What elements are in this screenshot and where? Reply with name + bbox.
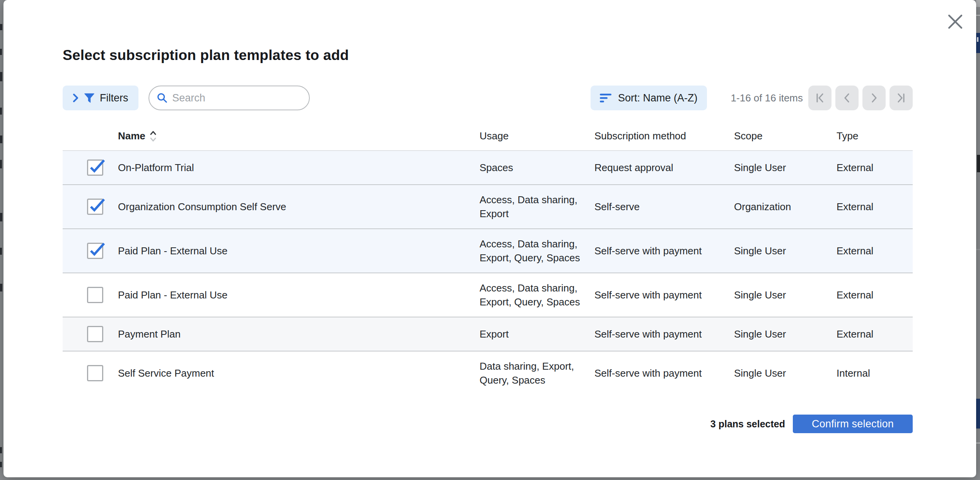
filters-button[interactable]: Filters — [63, 86, 138, 110]
close-button[interactable] — [946, 12, 965, 31]
first-page-icon — [815, 92, 825, 104]
backdrop-fragment — [976, 15, 980, 16]
checkbox-cell — [63, 365, 118, 381]
backdrop-fragment — [0, 248, 2, 255]
previous-page-button[interactable] — [835, 86, 859, 110]
backdrop-fragment — [976, 0, 980, 7]
plan-name: Paid Plan - External Use — [118, 288, 480, 302]
backdrop-fragment — [0, 160, 2, 168]
backdrop-fragment — [977, 155, 980, 172]
pagination-summary: 1-16 of 16 items — [731, 92, 803, 104]
plan-scope: Single User — [734, 161, 837, 175]
sort-button[interactable]: Sort: Name (A-Z) — [591, 86, 707, 110]
plan-subscription-method: Request approval — [594, 161, 734, 175]
table-row[interactable]: Organization Consumption Self Serve Acce… — [63, 185, 913, 229]
plan-usage: Access, Data sharing, Export, Query, Spa… — [480, 237, 594, 265]
plan-name: Paid Plan - External Use — [118, 244, 480, 258]
column-header-scope: Scope — [734, 130, 837, 142]
row-checkbox[interactable] — [87, 243, 103, 259]
footer: 3 plans selected Confirm selection — [63, 415, 913, 433]
plan-type: External — [837, 288, 913, 302]
column-header-type: Type — [837, 130, 913, 142]
plan-name: On-Platform Trial — [118, 161, 480, 175]
last-page-icon — [896, 92, 906, 104]
backdrop-fragment — [0, 462, 2, 467]
toolbar: Filters Sort: Name (A-Z) 1-16 of 16 item… — [63, 86, 913, 110]
page-title: Select subscription plan templates to ad… — [63, 47, 913, 64]
next-page-button[interactable] — [862, 86, 886, 110]
plan-scope: Single User — [734, 327, 837, 341]
backdrop-fragment — [0, 24, 2, 30]
search-box — [149, 86, 310, 110]
column-header-subscription-method: Subscription method — [594, 130, 734, 142]
checkmark-icon — [89, 242, 105, 258]
sort-ascending-icon — [149, 130, 157, 142]
checkbox-cell — [63, 243, 118, 259]
backdrop-fragment — [976, 249, 980, 250]
backdrop-fragment — [0, 447, 2, 453]
next-page-icon — [869, 92, 879, 104]
checkmark-icon — [89, 159, 105, 175]
sort-label: Sort: Name (A-Z) — [618, 92, 698, 104]
plan-scope: Single User — [734, 366, 837, 380]
row-checkbox[interactable] — [87, 365, 103, 381]
pagination-controls — [808, 86, 913, 110]
backdrop-fragment — [976, 442, 980, 444]
plan-subscription-method: Self-serve with payment — [594, 327, 734, 341]
previous-page-icon — [842, 92, 852, 104]
row-checkbox[interactable] — [87, 287, 103, 303]
table-header: Name Usage Subscription method Scope Typ… — [63, 122, 913, 151]
row-checkbox[interactable] — [87, 159, 103, 176]
checkbox-cell — [63, 159, 118, 176]
backdrop-fragment — [0, 213, 2, 221]
plan-usage: Access, Data sharing, Export, Query, Spa… — [480, 281, 594, 309]
table-body: On-Platform Trial Spaces Request approva… — [63, 151, 913, 395]
column-header-name[interactable]: Name — [118, 130, 480, 142]
backdrop-fragment — [0, 49, 2, 55]
close-icon — [947, 13, 964, 30]
row-checkbox[interactable] — [87, 326, 103, 342]
backdrop-fragment — [976, 33, 980, 53]
plan-usage: Access, Data sharing, Export — [480, 193, 594, 221]
table-row[interactable]: Self Service Payment Data sharing, Expor… — [63, 351, 913, 395]
plan-usage: Data sharing, Export, Query, Spaces — [480, 359, 594, 387]
plan-subscription-method: Self-serve with payment — [594, 244, 734, 258]
checkbox-cell — [63, 326, 118, 342]
plan-type: External — [837, 161, 913, 175]
plan-type: External — [837, 327, 913, 341]
table-row[interactable]: On-Platform Trial Spaces Request approva… — [63, 151, 913, 185]
table-row[interactable]: Payment Plan Export Self-serve with paym… — [63, 317, 913, 351]
filter-funnel-icon — [84, 93, 95, 103]
plan-name: Payment Plan — [118, 327, 480, 341]
plan-scope: Single User — [734, 288, 837, 302]
sort-lines-icon — [600, 93, 613, 103]
column-header-usage: Usage — [480, 130, 594, 142]
checkbox-cell — [63, 199, 118, 215]
plan-usage: Spaces — [480, 161, 594, 175]
search-input[interactable] — [172, 92, 301, 104]
search-icon — [157, 92, 167, 104]
plan-subscription-method: Self-serve with payment — [594, 288, 734, 302]
plan-scope: Organization — [734, 200, 837, 214]
selected-count-summary: 3 plans selected — [710, 418, 785, 430]
table-row[interactable]: Paid Plan - External Use Access, Data sh… — [63, 229, 913, 273]
checkbox-cell — [63, 287, 118, 303]
backdrop-fragment — [0, 284, 2, 291]
plan-name: Organization Consumption Self Serve — [118, 200, 480, 214]
row-checkbox[interactable] — [87, 199, 103, 215]
plan-usage: Export — [480, 327, 594, 341]
backdrop-fragment — [977, 37, 978, 42]
plan-scope: Single User — [734, 244, 837, 258]
first-page-button[interactable] — [808, 86, 831, 110]
confirm-selection-button[interactable]: Confirm selection — [793, 415, 913, 433]
plan-subscription-method: Self-serve — [594, 200, 734, 214]
backdrop-fragment — [976, 399, 980, 429]
plan-type: Internal — [837, 366, 913, 380]
backdrop-fragment — [0, 108, 2, 115]
table-row[interactable]: Paid Plan - External Use Access, Data sh… — [63, 273, 913, 317]
subscription-plan-modal: Select subscription plan templates to ad… — [3, 0, 976, 477]
backdrop-fragment — [0, 72, 2, 81]
checkmark-icon — [89, 198, 105, 214]
last-page-button[interactable] — [890, 86, 913, 110]
filters-label: Filters — [100, 92, 128, 104]
